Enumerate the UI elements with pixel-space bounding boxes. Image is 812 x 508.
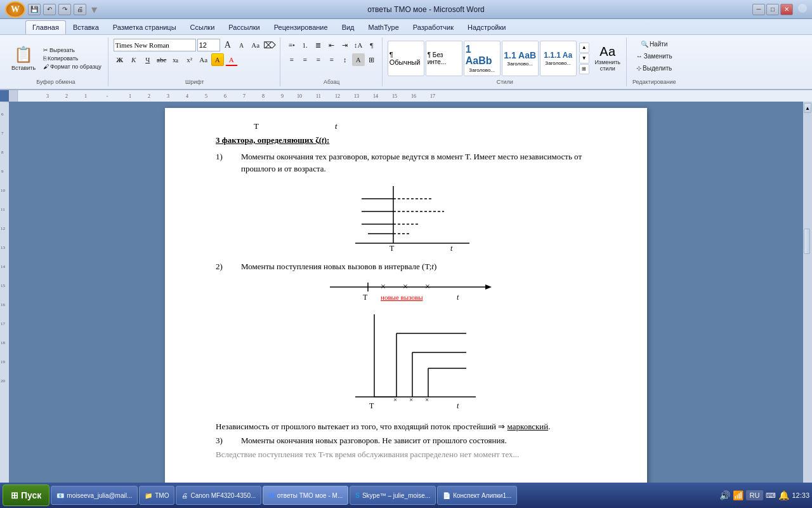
font-size-input[interactable] bbox=[197, 39, 220, 51]
taskbar-pdf[interactable]: 📄 Конспект Алипки1... bbox=[437, 486, 517, 505]
select-button[interactable]: ⊹ Выделить bbox=[632, 63, 676, 74]
shading-button[interactable]: A bbox=[352, 53, 365, 66]
word-label: ответы ТМО мое - М... bbox=[277, 492, 343, 499]
underline-text: марковский bbox=[508, 422, 549, 431]
style-no-spacing[interactable]: ¶ Без инте... bbox=[426, 41, 462, 76]
subscript-button[interactable]: x₂ bbox=[169, 53, 182, 66]
underline-button[interactable]: Ч bbox=[141, 53, 154, 66]
paste-button[interactable]: 📋 Вставить bbox=[8, 41, 39, 76]
align-left-button[interactable]: ≡ bbox=[285, 53, 298, 66]
save-quick-btn[interactable]: 💾 bbox=[28, 4, 41, 15]
find-button[interactable]: 🔍 Найти bbox=[636, 39, 672, 50]
undo-btn[interactable]: ↶ bbox=[43, 4, 56, 15]
show-formatting-button[interactable]: ¶ bbox=[365, 39, 378, 51]
svg-text:14: 14 bbox=[1, 264, 6, 269]
line-spacing-button[interactable]: ↕ bbox=[339, 53, 351, 66]
svg-text:12: 12 bbox=[335, 93, 340, 99]
svg-text:17: 17 bbox=[1, 321, 6, 326]
print-btn[interactable]: 🖨 bbox=[74, 4, 86, 15]
keyboard-icon[interactable]: ⌨ bbox=[766, 491, 776, 500]
taskbar-printer[interactable]: 🖨 Canon MF4320-4350... bbox=[176, 486, 261, 505]
justify-button[interactable]: ≡ bbox=[325, 53, 338, 66]
svg-text:17: 17 bbox=[430, 93, 435, 99]
tab-layout[interactable]: Разметка страницы bbox=[106, 20, 183, 34]
tab-review[interactable]: Рецензирование bbox=[267, 20, 335, 34]
document-area[interactable]: T t 3 фактора, определяющих ζ(t): 1) Мом… bbox=[9, 102, 803, 507]
paste-icon: 📋 bbox=[14, 46, 33, 64]
scroll-track[interactable] bbox=[804, 116, 811, 493]
format-painter-button[interactable]: 🖌 Формат по образцу bbox=[41, 63, 104, 70]
svg-marker-52 bbox=[485, 284, 492, 290]
strikethrough-button[interactable]: abc bbox=[155, 53, 168, 66]
decrease-indent-button[interactable]: ⇤ bbox=[325, 39, 338, 51]
maximize-button[interactable]: □ bbox=[766, 4, 779, 15]
taskbar-word[interactable]: W ответы ТМО мое - М... bbox=[263, 486, 348, 505]
font-color-button[interactable]: A bbox=[225, 53, 238, 66]
sort-button[interactable]: ↕A bbox=[352, 39, 365, 51]
replace-button[interactable]: ↔ Заменить bbox=[632, 51, 677, 62]
last-text: Вследствие поступления тех T-тк время об… bbox=[216, 449, 609, 460]
scroll-up-arrow[interactable]: ▲ bbox=[804, 103, 811, 113]
tab-mathtype[interactable]: MathType bbox=[362, 20, 406, 34]
diagram1-container: T t bbox=[216, 180, 609, 256]
tray-icon-1[interactable]: 🔊 bbox=[719, 490, 730, 500]
styles-scroll-down[interactable]: ▼ bbox=[579, 53, 589, 64]
numbering-button[interactable]: 1. bbox=[299, 39, 311, 51]
svg-text:13: 13 bbox=[354, 93, 359, 99]
tab-insert[interactable]: Вставка bbox=[66, 20, 106, 34]
start-icon: ⊞ bbox=[11, 490, 18, 500]
change-case-button[interactable]: Aa bbox=[249, 39, 262, 51]
svg-text:T: T bbox=[390, 244, 395, 253]
increase-indent-button[interactable]: ⇥ bbox=[339, 39, 351, 51]
cut-button[interactable]: ✂ Вырезать bbox=[41, 46, 104, 54]
sound-icon[interactable]: 🔔 bbox=[778, 490, 789, 500]
para-row2: ≡ ≡ ≡ ≡ ↕ A ⊞ bbox=[285, 53, 378, 66]
tab-home[interactable]: Главная bbox=[25, 20, 66, 34]
align-right-button[interactable]: ≡ bbox=[312, 53, 325, 66]
italic-button[interactable]: К bbox=[128, 53, 140, 66]
svg-text:9: 9 bbox=[1, 169, 4, 174]
tray-icon-2[interactable]: 📶 bbox=[733, 490, 743, 500]
tab-view[interactable]: Вид bbox=[335, 20, 362, 34]
text-effects-button[interactable]: Аа bbox=[197, 53, 210, 66]
ribbon: Главная Вставка Разметка страницы Ссылки… bbox=[0, 19, 812, 90]
office-button[interactable]: W bbox=[5, 1, 25, 18]
clear-format-button[interactable]: ⌦ bbox=[263, 39, 276, 51]
copy-button[interactable]: ⎘ Копировать bbox=[41, 55, 104, 62]
start-button[interactable]: ⊞ Пуск bbox=[3, 485, 49, 506]
clipboard-controls: 📋 Вставить ✂ Вырезать ⎘ Копировать 🖌 Фор… bbox=[8, 39, 104, 77]
shrink-font-button[interactable]: A bbox=[235, 39, 248, 51]
svg-text:11: 11 bbox=[1, 207, 5, 212]
printer-icon: 🖨 bbox=[181, 492, 188, 499]
align-center-button[interactable]: ≡ bbox=[299, 53, 311, 66]
grow-font-button[interactable]: A bbox=[221, 39, 234, 51]
vertical-scrollbar[interactable]: ▲ ▼ bbox=[803, 102, 812, 507]
scroll-thumb[interactable] bbox=[804, 229, 810, 254]
styles-dropdown[interactable]: ⊞ bbox=[579, 64, 589, 74]
superscript-button[interactable]: x² bbox=[183, 53, 196, 66]
tab-developer[interactable]: Разработчик bbox=[406, 20, 461, 34]
style-heading111[interactable]: 1.1.1 Aa Заголово... bbox=[540, 41, 577, 76]
minimize-button[interactable]: ─ bbox=[752, 4, 765, 15]
tab-addins[interactable]: Надстройки bbox=[461, 20, 513, 34]
style-normal[interactable]: ¶ Обычный bbox=[388, 41, 424, 76]
change-styles-button[interactable]: Аа Изменить стили bbox=[593, 41, 622, 76]
language-indicator[interactable]: RU bbox=[746, 490, 764, 500]
font-face-input[interactable] bbox=[114, 39, 196, 51]
styles-scroll-up[interactable]: ▲ bbox=[579, 43, 589, 53]
highlight-button[interactable]: A bbox=[211, 53, 224, 66]
diagram1-svg: T t bbox=[343, 180, 482, 256]
bullets-button[interactable]: ≡• bbox=[285, 39, 298, 51]
taskbar-email[interactable]: 📧 moiseeva_julia@mail... bbox=[51, 486, 138, 505]
style-heading1[interactable]: 1 AaBb Заголово... bbox=[464, 41, 501, 76]
close-button[interactable]: ✕ bbox=[780, 4, 793, 15]
taskbar-folder[interactable]: 📁 ТМО bbox=[139, 486, 174, 505]
tab-mailings[interactable]: Рассылки bbox=[221, 20, 266, 34]
redo-btn[interactable]: ↷ bbox=[58, 4, 71, 15]
borders-button[interactable]: ⊞ bbox=[365, 53, 378, 66]
multilevel-list-button[interactable]: ≣ bbox=[312, 39, 325, 51]
tab-references[interactable]: Ссылки bbox=[183, 20, 222, 34]
taskbar-skype[interactable]: S Skype™ – julie_moise... bbox=[350, 486, 436, 505]
bold-button[interactable]: Ж bbox=[114, 53, 126, 66]
style-heading11[interactable]: 1.1 AaB Заголово... bbox=[502, 41, 539, 76]
